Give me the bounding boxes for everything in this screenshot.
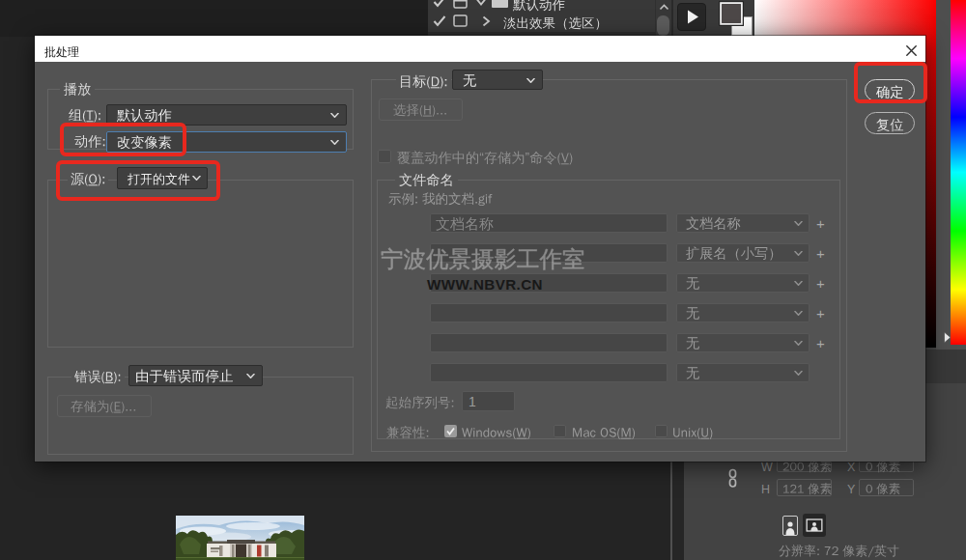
naming-token-select-value[interactable]: 文档名称 xyxy=(686,214,741,233)
color-swatches[interactable] xyxy=(718,1,754,37)
actions-scrollbar-thumb[interactable] xyxy=(657,15,669,36)
action-check-icon[interactable] xyxy=(433,15,446,27)
naming-token-input-placeholder-text: 文档名称 xyxy=(436,214,494,229)
chevron-down-icon-svg xyxy=(330,140,339,145)
hue-slider-bar[interactable] xyxy=(951,0,966,345)
link-dimensions-icon[interactable] xyxy=(726,468,739,489)
open-document-photo[interactable] xyxy=(176,516,304,560)
compat-checkbox-label[interactable]: Unix(U) xyxy=(672,424,713,441)
add-naming-token-icon[interactable]: + xyxy=(816,306,825,321)
action-row-label-wrap: 淡出效果（选区） xyxy=(503,14,608,32)
scrollbar-up-arrow-icon[interactable] xyxy=(659,4,669,11)
save-as-button-label-wrap: 存储为(E)... xyxy=(71,398,136,415)
annotation-box-source xyxy=(56,160,220,201)
reset-button-label[interactable]: 复位 xyxy=(876,116,904,134)
destination-dropdown-value[interactable]: 无 xyxy=(463,71,476,90)
serial-input-value[interactable]: 1 xyxy=(469,395,476,408)
naming-token-select-value-text: 无 xyxy=(686,274,699,288)
action-set-row-label[interactable]: 默认动作 xyxy=(513,0,565,13)
batch-dialog-title-wrap: 批处理 xyxy=(44,44,79,60)
chevron-down-icon-svg xyxy=(794,281,803,286)
add-naming-token-icon[interactable]: + xyxy=(816,336,825,350)
override-save-as-label[interactable]: 覆盖动作中的“存储为”命令(V) xyxy=(397,149,573,167)
naming-token-input-placeholder: 文档名称 xyxy=(436,214,494,234)
compat-checkbox-label-wrap: Unix(U) xyxy=(672,424,713,441)
action-check-icon[interactable] xyxy=(433,0,446,8)
error-dropdown-value[interactable]: 由于错误而停止 xyxy=(135,367,234,385)
file-naming-group-label-wrap: 文件命名 xyxy=(399,171,462,189)
watermark-website: WWW.NBVR.CN xyxy=(427,277,543,292)
file-naming-example-text: 示例: 我的文档.gif xyxy=(388,190,492,204)
compat-checkbox[interactable] xyxy=(554,425,566,437)
photoshop-workspace: 默认动作淡出效果（选区）W200 像素X0 像素H121 像素Y0 像素分辨率:… xyxy=(0,0,966,560)
naming-token-select-value[interactable]: 无 xyxy=(686,304,699,322)
naming-token-select-value-text: 无 xyxy=(686,364,699,378)
override-save-as-checkbox[interactable] xyxy=(378,150,391,163)
landscape-orientation-button[interactable] xyxy=(803,514,826,537)
chevron-down-icon-svg xyxy=(794,221,803,226)
action-dialog-toggle-icon[interactable] xyxy=(453,14,468,27)
compat-checkbox-label[interactable]: Mac OS(M) xyxy=(572,424,636,441)
action-row-label[interactable]: 淡出效果（选区） xyxy=(503,14,608,32)
y-field-label: Y xyxy=(847,484,855,496)
choose-button-label-wrap: 选择(H)... xyxy=(393,101,447,119)
destination-label-wrap: 目标(D): xyxy=(399,72,454,91)
compat-checkbox-label-text: Unix(U) xyxy=(672,424,717,437)
watermark-studio-name-text: 宁波优景摄影工作室 xyxy=(381,244,585,267)
action-row-label-text: 淡出效果（选区） xyxy=(503,14,608,28)
chevron-down-icon xyxy=(794,371,803,376)
resolution-readout-wrap: 分辨率: 72 像素/英寸 xyxy=(779,543,899,559)
naming-token-input[interactable] xyxy=(430,303,668,322)
serial-label-wrap: 起始序列号: xyxy=(385,394,455,411)
play-action-button[interactable] xyxy=(677,3,706,31)
add-naming-token-icon[interactable]: + xyxy=(816,246,825,261)
error-dropdown-value-wrap: 由于错误而停止 xyxy=(135,367,234,385)
chevron-down-icon xyxy=(794,221,803,226)
compat-label-text: 兼容性: xyxy=(386,424,429,437)
action-set-folder-icon xyxy=(491,0,509,9)
height-field-value[interactable]: 121 像素 xyxy=(782,481,832,496)
portrait-person-icon xyxy=(783,517,797,535)
action-set-row-label-wrap: 默认动作 xyxy=(513,0,565,13)
action-dialog-toggle-icon[interactable] xyxy=(453,0,468,9)
serial-label-text: 起始序列号: xyxy=(385,394,454,407)
naming-token-select-value[interactable]: 无 xyxy=(686,364,699,382)
override-save-as-label-text: 覆盖动作中的“存储为”命令(V) xyxy=(397,149,575,162)
compat-checkbox[interactable] xyxy=(655,425,668,437)
compat-checkbox-label-text: Windows(W) xyxy=(462,424,536,437)
compat-checkbox[interactable] xyxy=(444,425,457,437)
add-naming-token-icon[interactable]: + xyxy=(816,276,825,291)
naming-token-select-value[interactable]: 无 xyxy=(686,334,699,352)
compat-label-wrap: 兼容性: xyxy=(386,424,430,441)
naming-token-select-value-wrap: 扩展名（小写） xyxy=(686,244,781,263)
compat-checkbox-label[interactable]: Windows(W) xyxy=(462,424,531,441)
action-set-row-label-text: 默认动作 xyxy=(513,0,565,9)
naming-token-input[interactable] xyxy=(430,333,668,352)
height-field-value-wrap: 121 像素 xyxy=(782,481,832,496)
naming-token-input[interactable] xyxy=(430,363,668,382)
y-field-value[interactable]: 0 像素 xyxy=(866,481,900,496)
set-dropdown-value-wrap: 默认动作 xyxy=(117,106,172,125)
set-dropdown-value[interactable]: 默认动作 xyxy=(117,106,172,125)
save-as-button-label[interactable]: 存储为(E)... xyxy=(71,398,136,415)
x-field-label: X xyxy=(847,462,855,474)
expand-chevron-right-icon[interactable] xyxy=(482,15,491,27)
expand-chevron-down-icon[interactable] xyxy=(475,0,487,6)
hue-slider-marker-icon[interactable] xyxy=(943,331,952,344)
reset-button-label-text: 复位 xyxy=(876,116,904,129)
play-icon xyxy=(678,4,705,30)
add-naming-token-icon[interactable]: + xyxy=(816,216,825,231)
landscape-person-icon xyxy=(803,514,826,537)
set-label-text: 组(T): xyxy=(69,106,103,120)
batch-dialog-titlebar[interactable] xyxy=(35,36,925,62)
chevron-down-icon xyxy=(330,140,339,145)
portrait-orientation-button[interactable] xyxy=(782,516,798,536)
close-icon[interactable] xyxy=(906,45,917,56)
chevron-down-icon xyxy=(330,113,339,118)
naming-token-select-value[interactable]: 扩展名（小写） xyxy=(686,244,781,263)
file-naming-group-label: 文件命名 xyxy=(395,171,458,189)
naming-token-select-value[interactable]: 无 xyxy=(686,274,699,293)
naming-token-select-value-wrap: 无 xyxy=(686,274,699,293)
watermark-studio-name-wrap: 宁波优景摄影工作室 xyxy=(381,244,585,274)
choose-button-label[interactable]: 选择(H)... xyxy=(393,101,447,119)
